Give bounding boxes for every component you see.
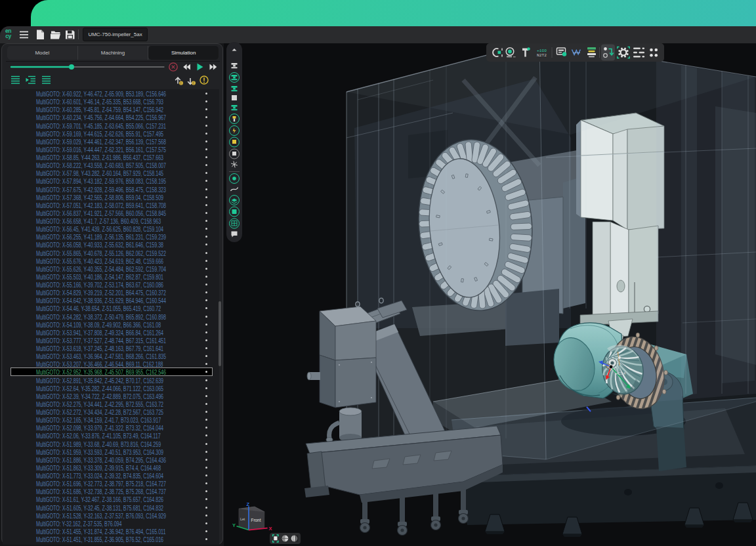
svg-text:eCS4: eCS4 [616, 371, 626, 375]
svg-text:!: ! [193, 82, 194, 85]
svg-text:!: ! [180, 82, 181, 85]
